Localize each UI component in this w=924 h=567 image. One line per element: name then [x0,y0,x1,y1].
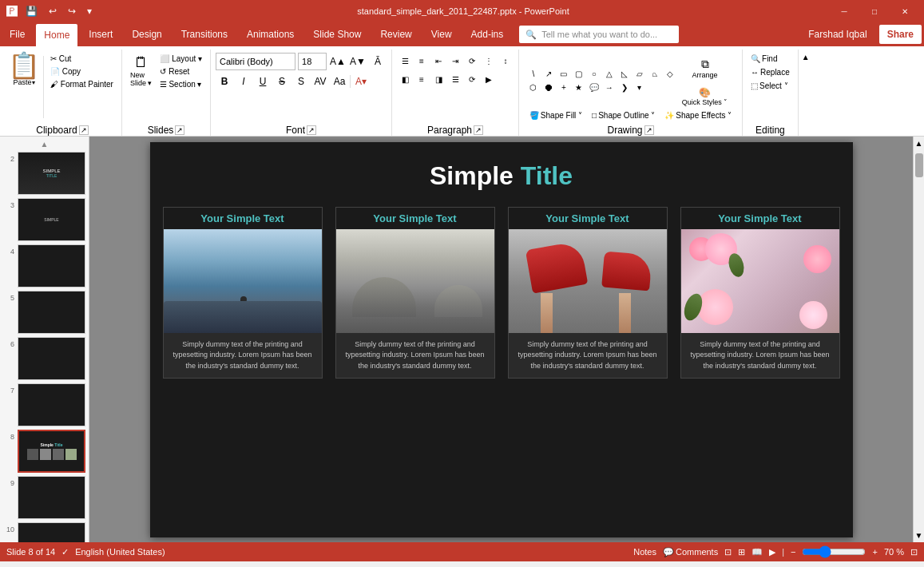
changecase-btn[interactable]: Aa [331,73,348,90]
share-btn[interactable]: Share [879,25,922,44]
card-4[interactable]: Your Simple Text [680,207,840,379]
card-3[interactable]: Your Simple Text Simply dummy text of th… [508,207,668,379]
user-name[interactable]: Farshad Iqbal [799,22,876,46]
dec-fontsize-btn[interactable]: A▼ [349,53,367,70]
menu-home[interactable]: Home [36,24,77,46]
underline-btn[interactable]: U [254,73,272,90]
shape-tri[interactable]: △ [602,67,617,80]
font-name-input[interactable] [216,53,295,70]
format-painter-btn[interactable]: 🖌 Format Painter [47,78,117,90]
section-btn[interactable]: ☰ Section ▾ [157,78,205,90]
tell-me-input[interactable]: 🔍 Tell me what you want to do... [519,26,679,43]
zoom-slider[interactable] [802,545,866,558]
replace-btn[interactable]: ↔ Replace [748,66,793,78]
layout-btn[interactable]: ⬜ Layout ▾ [157,53,205,65]
shape-fill-btn[interactable]: 🪣 Shape Fill ˅ [526,109,585,121]
minimize-btn[interactable]: ─ [831,2,857,20]
strikethrough-btn[interactable]: S [273,73,291,90]
shape-arrow2[interactable]: → [602,81,617,93]
slide-sorter-btn[interactable]: ⊞ [738,547,745,557]
line-spacing-btn[interactable]: ↕ [498,53,514,69]
shape-oct[interactable]: ⯃ [541,81,556,93]
right-scrollbar[interactable]: ▲ ▼ [913,137,924,542]
shape-round-rect[interactable]: ▢ [572,67,586,80]
redo-btn[interactable]: ↪ [65,4,79,18]
shape-line[interactable]: \ [526,67,541,80]
scroll-up-arrow[interactable]: ▲ [913,137,924,150]
scroll-down-arrow[interactable]: ▼ [913,529,924,542]
card-2[interactable]: Your Simple Text Simply dummy text of th… [335,207,495,379]
bold-btn[interactable]: B [216,73,233,90]
shape-plus[interactable]: + [557,81,571,93]
smartart2-btn[interactable]: ▶ [481,71,497,87]
shape-effects-btn[interactable]: ✨ Shape Effects ˅ [661,109,735,121]
menu-addins[interactable]: Add-ins [462,22,514,46]
slide-thumb-9[interactable]: 9 [3,476,85,519]
menu-transitions[interactable]: Transitions [172,22,237,46]
textshadow-btn[interactable]: S [292,73,310,90]
menu-view[interactable]: View [422,22,462,46]
spell-check-icon[interactable]: ✓ [61,547,69,557]
reading-view-btn[interactable]: 📖 [751,547,763,557]
fit-to-window-btn[interactable]: ⊡ [910,547,918,557]
inc-fontsize-btn[interactable]: A▲ [329,53,347,70]
inc-indent-btn[interactable]: ⇥ [447,53,463,69]
font-size-input[interactable] [298,53,327,70]
zoom-out-btn[interactable]: − [791,547,795,557]
shape-right-tri[interactable]: ◺ [617,67,632,80]
bullet-list-btn[interactable]: ☰ [397,53,413,69]
shape-callout[interactable]: 💬 [587,81,601,93]
select-btn[interactable]: ⬚ Select ˅ [748,80,791,92]
shape-diamond[interactable]: ◇ [663,67,677,80]
align-center-btn[interactable]: ≡ [414,71,430,87]
slide-thumb-10[interactable]: 10 [3,522,85,542]
slide-thumb-2[interactable]: 2 SIMPLE TITLE [3,152,85,195]
numbered-list-btn[interactable]: ≡ [414,53,430,69]
align-right-btn[interactable]: ◨ [430,71,446,87]
shape-trap[interactable]: ⏢ [648,67,662,80]
justify-btn[interactable]: ☰ [447,71,463,87]
drawing-expand[interactable]: ↗ [644,125,654,135]
slide-thumb-3[interactable]: 3 SIMPLE [3,198,85,241]
customize-btn[interactable]: ▾ [84,4,95,18]
new-slide-btn[interactable]: 🗒 NewSlide ▾ [127,53,156,89]
slide-canvas[interactable]: Simple Title Your Simple Text [150,142,853,537]
card-1[interactable]: Your Simple Text Simply dummy text of th… [163,207,323,379]
menu-file[interactable]: File [0,22,34,46]
slide-thumb-8[interactable]: 8 Simple Title [3,430,85,473]
comments-btn[interactable]: 💬 Comments [663,547,718,557]
arrange-btn[interactable]: ⧉ Arrange [679,53,732,84]
charspacing-btn[interactable]: AV [311,73,329,90]
slide-thumb-6[interactable]: 6 [3,337,85,380]
shape-hex[interactable]: ⬡ [526,81,541,93]
shape-para[interactable]: ▱ [633,67,647,80]
shape-chevron[interactable]: ❯ [617,81,632,93]
paste-btn[interactable]: 📋 Paste▾ [8,53,40,86]
paragraph-expand[interactable]: ↗ [474,125,483,135]
notes-btn[interactable]: Notes [633,547,656,557]
scroll-thumb[interactable] [915,153,923,177]
quick-styles-btn[interactable]: 🎨 Quick Styles ˅ [679,85,732,108]
textdir-btn[interactable]: ⟳ [464,71,480,87]
slides-expand[interactable]: ↗ [175,125,184,135]
shape-star[interactable]: ★ [572,81,586,93]
col-text-btn[interactable]: ⋮ [481,53,497,69]
normal-view-btn[interactable]: ⊡ [724,547,732,557]
shape-more[interactable]: ▾ [633,81,647,93]
cut-btn[interactable]: ✂ Cut [47,53,117,65]
menu-design[interactable]: Design [122,22,171,46]
slideshow-btn[interactable]: ▶ [769,547,775,557]
shape-outline-btn[interactable]: □ Shape Outline ˅ [589,109,658,121]
save-btn[interactable]: 💾 [22,4,41,18]
menu-insert[interactable]: Insert [79,22,122,46]
align-left-btn[interactable]: ◧ [397,71,413,87]
convert-smartart-btn[interactable]: ⟳ [464,53,480,69]
reset-btn[interactable]: ↺ Reset [157,65,205,77]
menu-review[interactable]: Review [371,22,421,46]
clear-format-btn[interactable]: Ā [369,53,387,70]
shape-arrow[interactable]: ↗ [541,67,556,80]
clipboard-expand[interactable]: ↗ [79,125,89,135]
slide-thumb-5[interactable]: 5 [3,291,85,334]
shape-ellipse[interactable]: ○ [587,67,601,80]
scroll-up-btn[interactable]: ▲ [3,140,85,149]
